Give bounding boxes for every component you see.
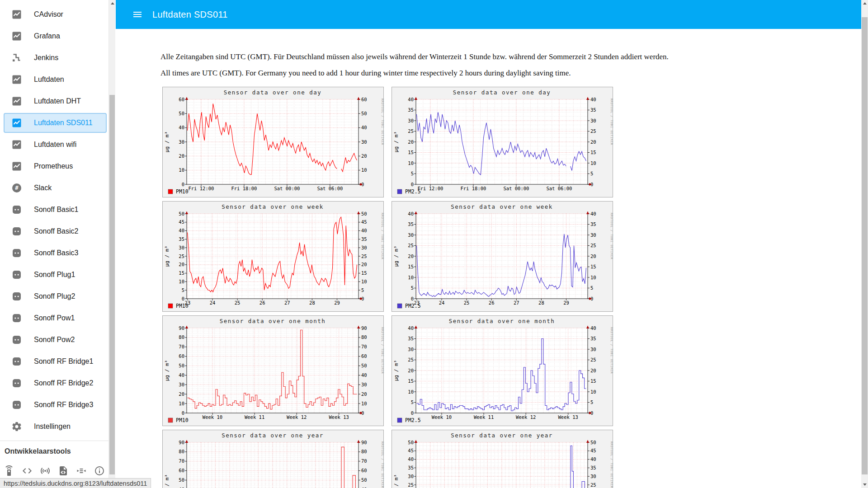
chart-svg: 00101020203030404050506060707080809090We…: [163, 316, 384, 427]
remote-icon[interactable]: [4, 465, 14, 476]
svg-text:10: 10: [408, 275, 414, 280]
menu-icon: [132, 9, 143, 20]
sidebar-item-prometheus[interactable]: Prometheus: [0, 155, 108, 177]
sidebar-item-cadvisor[interactable]: CAdvisor: [0, 4, 108, 25]
window-scroll-up-arrow[interactable]: [861, 0, 868, 7]
svg-text:30: 30: [179, 245, 184, 250]
svg-text:80: 80: [179, 334, 184, 340]
svg-text:Fri 12:00: Fri 12:00: [188, 186, 214, 191]
outlet-icon: [11, 226, 22, 237]
sidebar-item-luftdaten-sds011[interactable]: Luftdaten SDS011: [4, 113, 107, 133]
svg-text:0: 0: [182, 410, 184, 416]
sidebar-item-sonoff-pow1[interactable]: Sonoff Pow1: [0, 307, 108, 329]
sidebar-item-jenkins[interactable]: Jenkins: [0, 47, 108, 69]
svg-text:Sensor data over one year: Sensor data over one year: [451, 432, 553, 439]
svg-text:60: 60: [361, 353, 367, 359]
sidebar-item-sonoff-basic3[interactable]: Sonoff Basic3: [0, 242, 108, 264]
chart-line-icon: [11, 161, 22, 172]
sidebar-scrollbar[interactable]: [108, 0, 115, 488]
svg-text:Sat 00:00: Sat 00:00: [503, 186, 529, 191]
sidebar-item-sonoff-plug1[interactable]: Sonoff Plug1: [0, 264, 108, 286]
svg-text:25: 25: [408, 243, 414, 248]
sidebar-item-sonoff-rf-bridge3[interactable]: Sonoff RF Bridge3: [0, 394, 108, 416]
sidebar-item-sonoff-plug2[interactable]: Sonoff Plug2: [0, 286, 108, 307]
svg-text:5: 5: [590, 399, 593, 405]
sidebar-item-label: Sonoff Plug2: [34, 292, 75, 300]
menu-button[interactable]: [132, 9, 143, 20]
sidebar-item-sonoff-rf-bridge2[interactable]: Sonoff RF Bridge2: [0, 372, 108, 394]
info-icon[interactable]: [94, 465, 105, 476]
svg-text:35: 35: [590, 336, 596, 341]
svg-text:Week 12: Week 12: [516, 414, 536, 420]
outlet-icon: [11, 356, 22, 367]
svg-text:25: 25: [590, 128, 596, 134]
sidebar-item-luftdaten-wifi[interactable]: Luftdaten wifi: [0, 134, 108, 155]
sidebar-item-grafana[interactable]: Grafana: [0, 25, 108, 47]
chart-line-icon: [11, 31, 22, 42]
svg-text:26: 26: [259, 300, 265, 305]
svg-text:60: 60: [179, 468, 184, 473]
sidebar-list: CAdvisorGrafanaJenkinsLuftdatenLuftdaten…: [0, 4, 108, 437]
sidebar-item-luftdaten-dht[interactable]: Luftdaten DHT: [0, 90, 108, 112]
svg-text:24: 24: [439, 300, 445, 305]
sidebar-item-instellingen[interactable]: Instellingen: [0, 416, 108, 437]
sidebar-item-label: Slack: [34, 184, 52, 192]
svg-text:Week 11: Week 11: [245, 414, 264, 420]
chart-day-pm10: 00101020203030404050506060Fri 12:00Fri 1…: [162, 87, 384, 197]
sidebar-item-slack[interactable]: #Slack: [0, 177, 108, 199]
sidebar-item-luftdaten[interactable]: Luftdaten: [0, 69, 108, 90]
svg-text:Sensor data over one month: Sensor data over one month: [449, 318, 555, 324]
svg-text:Week 13: Week 13: [329, 414, 349, 420]
window-scrollbar-thumb[interactable]: [862, 17, 868, 474]
file-code-icon[interactable]: [58, 465, 69, 476]
sidebar-item-sonoff-pow2[interactable]: Sonoff Pow2: [0, 329, 108, 351]
outlet-icon: [11, 378, 22, 389]
svg-text:5: 5: [182, 287, 184, 293]
svg-text:80: 80: [361, 449, 367, 454]
svg-text:50: 50: [361, 477, 367, 483]
events-icon[interactable]: [76, 465, 87, 476]
access-point-icon[interactable]: [40, 465, 51, 476]
svg-text:27: 27: [284, 300, 290, 305]
cog-icon: [11, 421, 22, 432]
chart-line-icon: [11, 96, 22, 107]
svg-text:RRDTOOL / TOBI OETIKER: RRDTOOL / TOBI OETIKER: [381, 441, 384, 488]
svg-text:Week 13: Week 13: [558, 414, 578, 420]
svg-text:10: 10: [408, 389, 414, 394]
chart-month-pm10: 00101020203030404050506060707080809090We…: [162, 315, 384, 426]
sidebar-item-sonoff-rf-bridge1[interactable]: Sonoff RF Bridge1: [0, 351, 108, 372]
svg-text:45: 45: [590, 448, 596, 453]
code-tags-icon[interactable]: [22, 465, 33, 476]
window-scrollbar[interactable]: [861, 0, 868, 488]
sidebar-item-sonoff-basic2[interactable]: Sonoff Basic2: [0, 221, 108, 242]
svg-text:45: 45: [179, 219, 184, 225]
svg-text:40: 40: [408, 325, 414, 331]
sidebar-scroll-up-arrow[interactable]: [109, 0, 116, 7]
sidebar-item-sonoff-basic1[interactable]: Sonoff Basic1: [0, 199, 108, 221]
svg-text:50: 50: [179, 211, 184, 216]
window-scroll-down-arrow[interactable]: [861, 481, 868, 488]
chart-year-pm10: 00101020203030404050506060707080809090Se…: [162, 430, 384, 488]
sidebar-item-label: Luftdaten DHT: [34, 97, 81, 105]
chart-svg: 0055101015152020252530303535404045455050…: [392, 430, 613, 488]
svg-text:50: 50: [590, 440, 596, 445]
svg-text:30: 30: [408, 118, 414, 123]
svg-text:60: 60: [179, 97, 184, 102]
sidebar-item-label: Sonoff Basic2: [34, 227, 78, 235]
svg-text:10: 10: [590, 275, 596, 280]
svg-text:20: 20: [361, 262, 367, 267]
svg-text:30: 30: [408, 474, 414, 479]
svg-text:15: 15: [179, 270, 184, 276]
sidebar-scrollbar-thumb[interactable]: [109, 95, 115, 474]
chart-svg: 0055101015152020252530303535404045455050…: [163, 202, 384, 312]
svg-text:40: 40: [179, 228, 184, 233]
svg-text:50: 50: [361, 211, 367, 216]
sidebar-item-label: Sonoff Pow2: [34, 336, 75, 344]
svg-text:20: 20: [179, 391, 184, 397]
svg-text:50: 50: [179, 111, 184, 116]
svg-text:µg / m³: µg / m³: [393, 246, 399, 267]
svg-text:PM10: PM10: [176, 303, 189, 309]
chart-month-pm25: 00551010151520202525303035354040Week 10W…: [392, 315, 613, 426]
svg-text:PM2.5: PM2.5: [405, 417, 421, 423]
svg-text:RRDTOOL / TOBI OETIKER: RRDTOOL / TOBI OETIKER: [610, 327, 613, 374]
